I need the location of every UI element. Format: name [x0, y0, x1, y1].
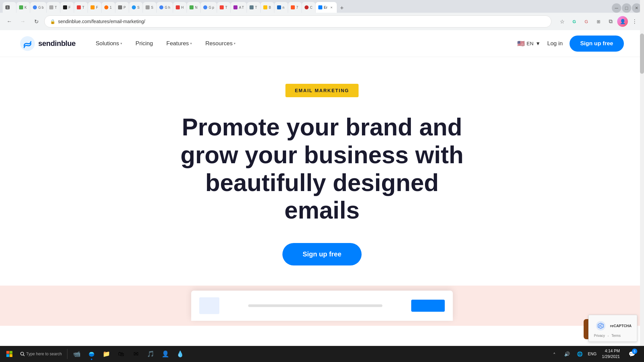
tab-k[interactable]: K	[16, 2, 30, 13]
lang-label: EN	[527, 41, 534, 46]
tab-er-favicon	[318, 5, 322, 9]
website-content: sendinblue Solutions ▾ Pricing Features …	[0, 30, 644, 326]
systray-sound[interactable]: 🔊	[562, 349, 573, 359]
hero-signup-button[interactable]: Sign up free	[282, 243, 362, 265]
extensions-button[interactable]: ⧉	[605, 16, 616, 27]
preview-action-btn	[411, 300, 445, 312]
nav-pricing-label: Pricing	[136, 40, 153, 47]
tab-b-yellow-label: B	[269, 6, 271, 9]
tab-t1[interactable]: T	[47, 2, 60, 13]
tab-at[interactable]: A T	[231, 2, 247, 13]
tab-s-label: T	[82, 6, 84, 9]
tab-h-red[interactable]: H	[173, 2, 186, 13]
tab-gp[interactable]: G p	[201, 2, 217, 13]
nav-pricing[interactable]: Pricing	[136, 40, 153, 47]
tab-gh[interactable]: G h	[157, 2, 173, 13]
tab-gb-favicon	[33, 5, 37, 9]
tab-n-blue[interactable]: n	[274, 2, 288, 13]
tab-t-gray2[interactable]: T	[247, 2, 260, 13]
tab-k-label: K	[24, 6, 27, 9]
minimize-button[interactable]: ─	[612, 3, 621, 13]
maximize-button[interactable]: □	[622, 3, 631, 13]
tab-s-gray[interactable]: S	[143, 2, 156, 13]
logo-link[interactable]: sendinblue	[20, 36, 75, 51]
tab-s-blue[interactable]: S	[129, 2, 143, 13]
spotify-icon: 🎵	[147, 350, 154, 358]
svg-line-8	[23, 355, 25, 356]
tab-sa-f-label: F	[96, 6, 98, 9]
menu-button[interactable]: ⋮	[629, 16, 640, 27]
taskbar-clock[interactable]: 4:14 PM 1/29/2021	[599, 348, 623, 360]
tab-t1-favicon	[49, 5, 53, 9]
preview-card	[191, 291, 453, 321]
nav-features[interactable]: Features ▾	[166, 40, 192, 47]
taskbar-app-store[interactable]: 🛍	[114, 347, 128, 361]
taskbar-app-user[interactable]: 👤	[159, 347, 172, 361]
tab-p[interactable]: P	[115, 2, 129, 13]
tab-sa-f[interactable]: F	[88, 2, 101, 13]
profile-avatar[interactable]: 👤	[617, 16, 628, 27]
grid-button[interactable]: ⊞	[593, 16, 604, 27]
tab-n-green[interactable]: N	[187, 2, 200, 13]
browser-chrome: 1 K G b T F	[0, 0, 644, 30]
nav-solutions[interactable]: Solutions ▾	[96, 40, 122, 47]
nav-actions: 🇺🇸 EN ▼ Log in Sign up free	[517, 36, 624, 52]
scrollbar-thumb[interactable]	[640, 34, 644, 74]
back-button[interactable]: ←	[4, 16, 15, 27]
nav-solutions-label: Solutions	[96, 40, 119, 47]
nav-signup-button[interactable]: Sign up free	[570, 36, 624, 52]
tab-c[interactable]: C	[302, 2, 315, 13]
tab-t-gray2-favicon	[250, 5, 254, 9]
hero-title-line3: beautifully designed emails	[205, 169, 439, 224]
grammarly-button[interactable]: G	[569, 16, 580, 27]
scrollbar[interactable]	[640, 0, 644, 362]
taskbar-app-spotify[interactable]: 🎵	[144, 347, 157, 361]
new-tab-button[interactable]: +	[337, 3, 346, 13]
tab-f-black[interactable]: F	[60, 2, 74, 13]
recaptcha-separator: -	[608, 334, 609, 338]
nav-resources-label: Resources	[205, 40, 232, 47]
tab-gb[interactable]: G b	[30, 2, 46, 13]
nav-resources[interactable]: Resources ▾	[205, 40, 235, 47]
flag-icon: 🇺🇸	[517, 40, 525, 47]
zoom-icon: 📹	[73, 350, 80, 358]
tab-k-favicon	[19, 5, 23, 9]
recaptcha-privacy-link[interactable]: Privacy	[594, 334, 605, 338]
reload-button[interactable]: ↻	[31, 16, 42, 27]
tab-er-active[interactable]: Er ×	[316, 2, 337, 13]
tab-t-red[interactable]: T	[217, 2, 230, 13]
tabs-bar: 1 K G b T F	[0, 0, 644, 13]
recaptcha-terms-link[interactable]: Terms	[611, 334, 621, 338]
taskbar-search[interactable]: Type here to search	[17, 347, 64, 361]
systray-network[interactable]: 🌐	[575, 349, 585, 359]
url-input[interactable]	[58, 19, 546, 24]
taskbar-app-edge[interactable]	[85, 347, 98, 361]
start-button[interactable]	[3, 347, 16, 361]
tab-er-close[interactable]: ×	[329, 5, 334, 10]
systray-expand[interactable]: ^	[549, 349, 560, 359]
taskbar-app-explorer[interactable]: 📁	[100, 347, 113, 361]
tab-orange-1[interactable]: 1	[102, 2, 115, 13]
tab-1[interactable]: 1	[3, 2, 16, 13]
tab-s-green[interactable]: T	[74, 2, 88, 13]
forward-button[interactable]: →	[17, 16, 28, 27]
tab-gh-favicon	[159, 5, 163, 9]
tab-h-red-favicon	[176, 5, 180, 9]
taskbar-app-eyedropper[interactable]: 💧	[173, 347, 187, 361]
taskbar-sep-1	[67, 349, 67, 359]
nav-links: Solutions ▾ Pricing Features ▾ Resources…	[96, 40, 517, 47]
taskbar-app-mail[interactable]: ✉	[129, 347, 143, 361]
bookmark-star-button[interactable]: ☆	[557, 16, 568, 27]
notification-center[interactable]: 💬 6	[625, 347, 639, 361]
systray-lang-label: ENG	[588, 352, 597, 356]
login-link[interactable]: Log in	[547, 40, 562, 47]
address-bar[interactable]: 🔒	[44, 15, 551, 27]
tab-b-yellow[interactable]: B	[261, 2, 274, 13]
windows-logo-icon	[6, 351, 13, 357]
tab-s-gray-label: S	[151, 6, 153, 9]
grammarly2-button[interactable]: G	[581, 16, 592, 27]
tab-c-label: C	[310, 6, 312, 9]
tab-7[interactable]: 7	[288, 2, 302, 13]
taskbar-app-zoom[interactable]: 📹	[70, 347, 84, 361]
lang-selector[interactable]: 🇺🇸 EN ▼	[517, 40, 541, 47]
